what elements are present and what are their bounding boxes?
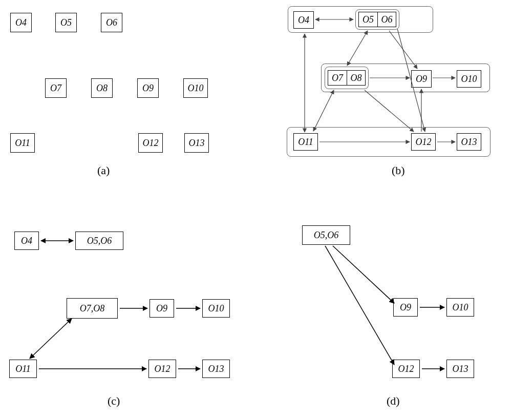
node-label: O4 bbox=[15, 17, 27, 28]
node-label: O12 bbox=[143, 138, 159, 149]
node-label: O8 bbox=[351, 73, 362, 83]
node-o4: O4 bbox=[293, 11, 314, 29]
node-label: O7 bbox=[50, 83, 61, 94]
node-o56: O5,O6 bbox=[302, 225, 350, 245]
node-o10: O10 bbox=[202, 299, 230, 318]
node-o8: O8 bbox=[347, 70, 366, 86]
node-o7: O7 bbox=[328, 70, 347, 86]
node-label: O4 bbox=[21, 236, 32, 246]
node-o12: O12 bbox=[392, 360, 420, 378]
node-label: O13 bbox=[189, 138, 205, 149]
panel-d: O5,O6 O9 O10 O12 O13 (d) bbox=[287, 215, 512, 420]
node-o11: O11 bbox=[293, 133, 318, 151]
node-o7: O7 bbox=[45, 78, 67, 98]
node-o10: O10 bbox=[183, 78, 208, 98]
node-label: O12 bbox=[416, 137, 432, 148]
node-o12: O12 bbox=[411, 133, 436, 151]
node-o9: O9 bbox=[150, 299, 174, 318]
node-label: O5,O6 bbox=[314, 230, 339, 241]
node-o13: O13 bbox=[446, 360, 474, 378]
node-o12: O12 bbox=[148, 360, 176, 378]
node-o4: O4 bbox=[14, 232, 39, 250]
node-label: O5 bbox=[60, 17, 72, 28]
node-label: O11 bbox=[15, 364, 31, 374]
node-label: O6 bbox=[106, 17, 117, 28]
node-label: O12 bbox=[398, 364, 414, 374]
node-o11: O11 bbox=[10, 133, 35, 153]
panel-b: O4 O5 O6 O7 O8 O9 O10 O11 O12 O13 (b) bbox=[276, 0, 512, 195]
panel-caption: (a) bbox=[97, 164, 110, 177]
node-label: O10 bbox=[453, 302, 468, 313]
node-label: O7,O8 bbox=[80, 303, 105, 314]
node-o5: O5 bbox=[55, 13, 77, 32]
node-label: O9 bbox=[156, 303, 167, 314]
svg-line-7 bbox=[365, 90, 414, 132]
node-o9: O9 bbox=[411, 70, 432, 88]
node-label: O5,O6 bbox=[87, 236, 112, 246]
node-o9: O9 bbox=[137, 78, 159, 98]
panel-caption: (c) bbox=[108, 394, 120, 408]
node-o13: O13 bbox=[184, 133, 209, 153]
node-o13: O13 bbox=[457, 133, 481, 151]
panel-a: O4 O5 O6 O7 O8 O9 O10 O11 O12 O13 (a) bbox=[0, 0, 256, 195]
svg-line-18 bbox=[333, 246, 394, 303]
node-o8: O8 bbox=[91, 78, 113, 98]
node-label: O5 bbox=[362, 14, 374, 25]
panel-c: O4 O5,O6 O7,O8 O9 O10 O11 O12 O13 (c) bbox=[0, 215, 256, 420]
node-o6: O6 bbox=[377, 12, 396, 27]
svg-line-8 bbox=[313, 90, 334, 131]
node-label: O4 bbox=[298, 15, 309, 26]
node-o11: O11 bbox=[9, 360, 37, 378]
node-label: O13 bbox=[208, 364, 224, 374]
svg-line-3 bbox=[389, 31, 417, 69]
node-label: O11 bbox=[15, 138, 30, 149]
node-label: O12 bbox=[155, 364, 170, 374]
node-o9: O9 bbox=[393, 298, 418, 317]
node-label: O11 bbox=[298, 137, 313, 148]
node-o6: O6 bbox=[101, 13, 122, 32]
node-o12: O12 bbox=[138, 133, 163, 153]
node-o78: O7,O8 bbox=[67, 298, 118, 319]
panel-caption: (d) bbox=[387, 394, 400, 408]
node-label: O9 bbox=[400, 302, 411, 313]
panel-caption: (b) bbox=[392, 164, 405, 177]
node-o5: O5 bbox=[358, 12, 377, 27]
node-o56: O5,O6 bbox=[75, 232, 123, 250]
node-label: O10 bbox=[461, 74, 477, 85]
node-label: O13 bbox=[453, 364, 468, 374]
node-label: O10 bbox=[208, 303, 224, 314]
node-o10: O10 bbox=[446, 298, 474, 317]
node-label: O7 bbox=[332, 73, 343, 83]
node-label: O10 bbox=[188, 83, 204, 94]
svg-line-19 bbox=[325, 246, 394, 365]
node-o10: O10 bbox=[457, 70, 481, 88]
svg-line-13 bbox=[30, 319, 72, 359]
node-label: O8 bbox=[96, 83, 108, 94]
node-o13: O13 bbox=[202, 360, 230, 378]
node-o4: O4 bbox=[10, 13, 32, 32]
node-label: O9 bbox=[416, 74, 427, 85]
node-label: O6 bbox=[381, 14, 393, 25]
svg-line-2 bbox=[347, 31, 368, 66]
node-label: O13 bbox=[461, 137, 477, 148]
node-label: O9 bbox=[142, 83, 154, 94]
